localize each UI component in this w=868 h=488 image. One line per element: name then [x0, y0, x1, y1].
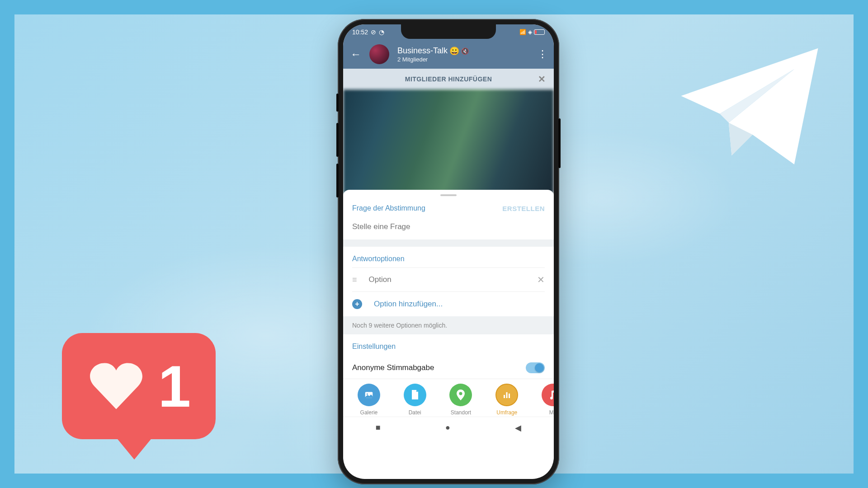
settings-section-title: Einstellungen [352, 334, 545, 355]
attach-file[interactable]: Datei [395, 384, 435, 416]
sheet-handle[interactable] [440, 194, 457, 196]
location-label: Standort [451, 409, 471, 416]
gallery-label: Galerie [360, 409, 378, 416]
section-gap [343, 239, 554, 247]
poll-sheet: Frage der Abstimmung ERSTELLEN Antwortop… [343, 190, 554, 438]
anonymous-setting-row: Anonyme Stimmabgabe [352, 355, 545, 379]
muted-icon: 🔇 [461, 47, 469, 55]
telegram-logo-icon [675, 39, 824, 170]
drag-handle-icon[interactable]: ≡ [352, 275, 357, 285]
location-icon [449, 384, 472, 406]
more-options-icon[interactable]: ⋮ [538, 48, 547, 60]
add-option-label: Option hinzufügen... [374, 300, 443, 309]
question-input[interactable] [352, 219, 545, 239]
svg-point-1 [367, 394, 368, 395]
phone-frame: 10:52 ⊘ ◔ 📶 ◈ ← Business-Talk 😀 [338, 19, 559, 484]
music-label: Mu [549, 409, 554, 416]
status-time: 10:52 [352, 28, 368, 36]
options-remaining-hint: Noch 9 weitere Optionen möglich. [343, 316, 554, 334]
attach-location[interactable]: Standort [440, 384, 481, 416]
attach-gallery[interactable]: Galerie [349, 384, 389, 416]
phone-mute-switch [336, 94, 339, 112]
chat-background [343, 89, 554, 193]
add-members-bar[interactable]: MITGLIEDER HINZUFÜGEN ✕ [343, 69, 554, 89]
toggle-knob [535, 363, 544, 372]
attach-music[interactable]: Mu [533, 384, 554, 416]
gallery-icon [358, 384, 380, 406]
question-section-title: Frage der Abstimmung [352, 204, 425, 212]
plus-icon: + [352, 299, 362, 309]
file-icon [404, 384, 426, 406]
like-count: 1 [158, 352, 191, 420]
like-bubble: 1 [62, 333, 216, 439]
chat-emoji: 😀 [449, 46, 459, 56]
background-frame: 1 10:52 ⊘ ◔ 📶 ◈ [14, 14, 854, 474]
chat-header: ← Business-Talk 😀 🔇 2 Mitglieder ⋮ [343, 40, 554, 69]
svg-rect-4 [506, 392, 508, 398]
option-row: ≡ ✕ [352, 267, 545, 291]
add-members-label: MITGLIEDER HINZUFÜGEN [405, 75, 492, 83]
group-avatar[interactable] [369, 44, 389, 64]
alarm-off-icon: ⊘ [371, 28, 376, 36]
heart-icon [87, 360, 146, 412]
like-badge: 1 [62, 333, 216, 469]
attachment-row: Galerie Datei Standort [343, 379, 554, 417]
create-button[interactable]: ERSTELLEN [502, 205, 545, 212]
phone-power-button [558, 118, 561, 168]
phone-notch [401, 24, 496, 39]
android-nav-bar: ■ ● ◀ [343, 417, 554, 438]
svg-point-2 [459, 392, 462, 395]
nav-home-icon[interactable]: ● [445, 423, 450, 432]
file-label: Datei [409, 409, 421, 416]
phone-volume-up [336, 123, 339, 157]
attach-poll[interactable]: Umfrage [486, 384, 527, 416]
wifi-icon: ◈ [528, 29, 532, 35]
add-option-button[interactable]: + Option hinzufügen... [352, 291, 545, 316]
chat-title-block[interactable]: Business-Talk 😀 🔇 2 Mitglieder [397, 46, 529, 63]
signal-icon: 📶 [519, 29, 526, 35]
answers-section-title: Antwortoptionen [352, 247, 545, 267]
close-icon[interactable]: ✕ [538, 74, 546, 84]
phone-screen: 10:52 ⊘ ◔ 📶 ◈ ← Business-Talk 😀 [343, 24, 554, 479]
back-arrow-icon[interactable]: ← [350, 48, 361, 61]
svg-rect-3 [504, 395, 505, 398]
nav-back-icon[interactable]: ◀ [515, 423, 521, 433]
chat-title: Business-Talk [397, 46, 448, 56]
phone-volume-down [336, 164, 339, 197]
whatsapp-icon: ◔ [379, 28, 384, 36]
poll-icon [495, 384, 518, 406]
nav-recent-icon[interactable]: ■ [376, 423, 381, 432]
poll-label: Umfrage [496, 409, 517, 416]
anonymous-toggle[interactable] [526, 362, 545, 373]
chat-subtitle: 2 Mitglieder [397, 56, 529, 63]
music-icon [542, 384, 554, 406]
anonymous-label: Anonyme Stimmabgabe [352, 363, 434, 372]
svg-rect-5 [509, 394, 510, 398]
battery-icon [534, 29, 545, 35]
option-input[interactable] [369, 275, 525, 284]
remove-option-icon[interactable]: ✕ [537, 274, 545, 285]
